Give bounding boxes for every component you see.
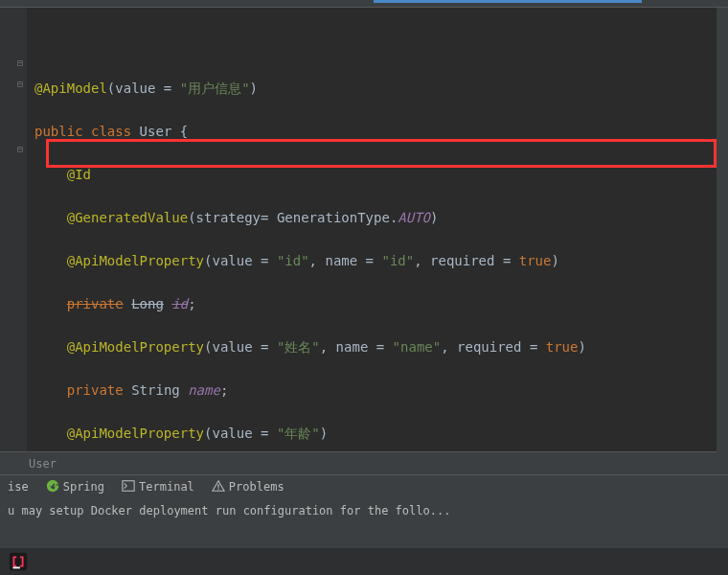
- tab-problems[interactable]: Problems: [212, 479, 284, 495]
- bottom-tabs: ise Spring Terminal Problems: [0, 475, 728, 498]
- fold-icon[interactable]: ⊟: [17, 144, 25, 151]
- svg-rect-2: [217, 488, 218, 489]
- tab-spring[interactable]: Spring: [46, 479, 104, 495]
- breadcrumb-bar[interactable]: User: [0, 451, 728, 474]
- svg-rect-0: [123, 480, 134, 491]
- breadcrumb-item[interactable]: User: [29, 457, 57, 471]
- tab-terminal[interactable]: Terminal: [122, 479, 194, 495]
- warning-icon: [212, 479, 225, 495]
- top-bar: [0, 0, 728, 8]
- intellij-icon[interactable]: [8, 551, 29, 572]
- notification-text: u may setup Docker deployment run config…: [0, 498, 728, 523]
- annotation: @ApiModel: [34, 80, 107, 96]
- bottom-panel: ise Spring Terminal Problems u may setup…: [0, 474, 728, 575]
- scrollbar[interactable]: [717, 8, 728, 474]
- svg-rect-1: [217, 484, 218, 488]
- code-block[interactable]: @ApiModel(value = "用户信息") public class U…: [34, 56, 723, 474]
- gutter: ⊟ ⊟ ⊟: [0, 8, 27, 474]
- editor-area[interactable]: ⊟ ⊟ ⊟ @ApiModel(value = "用户信息") public c…: [0, 8, 728, 474]
- tab-partial[interactable]: ise: [8, 480, 29, 494]
- fold-icon[interactable]: ⊟: [17, 79, 25, 86]
- fold-icon[interactable]: ⊟: [17, 58, 25, 65]
- active-tab-indicator: [374, 0, 642, 3]
- status-bar: [0, 548, 728, 575]
- spring-icon: [46, 479, 59, 495]
- terminal-icon: [122, 479, 135, 495]
